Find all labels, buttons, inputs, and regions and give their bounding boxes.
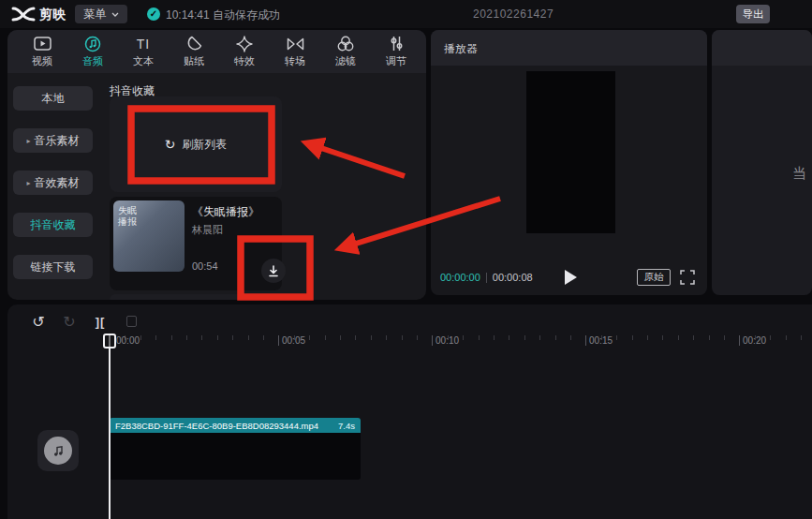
detail-panel-header: [712, 30, 812, 66]
timeline-clip[interactable]: F2B38CBD-91FF-4E6C-80B9-EB8D08293444.mp4…: [110, 418, 361, 480]
player-controls: 00:00:00 00:00:08 原始: [431, 260, 707, 295]
tab-transition[interactable]: 转场: [270, 30, 320, 73]
sidebar-item-label: 抖音收藏: [31, 217, 76, 233]
tab-text[interactable]: TI 文本: [118, 30, 169, 73]
thumbnail-overlay-text: 失眠播报: [118, 205, 140, 228]
filter-icon: [337, 35, 354, 52]
refresh-icon: ↻: [165, 137, 176, 152]
clip-header: F2B38CBD-91FF-4E6C-80B9-EB8D08293444.mp4…: [110, 418, 361, 433]
ruler-label: 00:20: [739, 335, 766, 346]
sidebar-item-sound-effects[interactable]: ▸ 音效素材: [13, 171, 93, 195]
expand-arrow-icon: ▸: [26, 137, 30, 145]
media-library-panel: 视频 音频 TI 文本: [7, 30, 426, 300]
current-time: 00:00:00: [440, 272, 480, 283]
transition-icon: [287, 35, 304, 52]
menu-button[interactable]: 菜单: [75, 5, 127, 23]
ruler-label: 00:05: [278, 335, 305, 346]
sidebar-item-music-assets[interactable]: ▸ 音乐素材: [13, 128, 93, 153]
track-audio-toggle[interactable]: [37, 430, 79, 471]
music-artist: 林晨阳: [192, 223, 223, 237]
ruler-label: 00:15: [585, 335, 613, 346]
tab-effects[interactable]: 特效: [219, 30, 270, 73]
export-button[interactable]: 导出: [736, 5, 770, 23]
sidebar-item-link-download[interactable]: 链接下载: [13, 255, 93, 279]
sidebar-item-label: 本地: [42, 91, 65, 107]
timeline-panel: ↺ ↻ ][ 00:00 00:05 00:10 00:15 00:20: [7, 304, 812, 519]
clipped-text: 当: [792, 165, 806, 183]
tab-label: 特效: [234, 54, 255, 68]
tab-label: 音频: [82, 54, 103, 68]
video-preview: [526, 71, 615, 233]
music-duration: 00:54: [192, 260, 218, 272]
tab-sticker[interactable]: 贴纸: [169, 30, 219, 73]
ruler-label: 00:10: [432, 335, 459, 346]
sidebar-item-label: 音乐素材: [35, 133, 80, 149]
playhead-handle[interactable]: [103, 334, 116, 348]
app-logo-icon: [11, 6, 36, 22]
refresh-list-button[interactable]: ↻ 刷新列表: [110, 96, 282, 192]
chevron-down-icon: [111, 12, 119, 17]
menu-button-label: 菜单: [84, 7, 107, 22]
tab-label: 文本: [133, 54, 154, 68]
tab-filter[interactable]: 滤镜: [320, 30, 371, 73]
top-bar: 剪映 菜单 ✓ 10:14:41 自动保存成功 202102261427 导出: [0, 0, 812, 28]
autosave-check-icon: ✓: [147, 7, 160, 21]
music-thumbnail: 失眠播报: [113, 200, 185, 272]
sticker-icon: [186, 35, 202, 52]
tab-label: 贴纸: [184, 54, 204, 68]
sidebar-item-douyin-favorites[interactable]: 抖音收藏: [13, 213, 93, 237]
tab-label: 转场: [285, 54, 305, 68]
detail-panel-partial: 当: [712, 30, 812, 295]
original-quality-button[interactable]: 原始: [637, 269, 671, 286]
text-icon: TI: [137, 35, 150, 52]
effects-icon: [236, 35, 253, 52]
expand-arrow-icon: ▸: [26, 179, 30, 187]
clip-duration: 7.4s: [338, 421, 355, 431]
time-divider: [486, 273, 487, 283]
next-music-item-partial: [110, 294, 282, 300]
delete-button[interactable]: [121, 311, 141, 332]
ruler-label: 00:00: [113, 335, 140, 346]
player-title: 播放器: [444, 41, 478, 57]
tab-label: 调节: [386, 54, 406, 68]
clip-filename: F2B38CBD-91FF-4E6C-80B9-EB8D08293444.mp4: [115, 421, 318, 431]
download-button[interactable]: [261, 259, 286, 283]
audio-icon: [84, 35, 101, 52]
clip-thumbnail-strip: [110, 433, 361, 480]
tab-label: 视频: [32, 54, 52, 68]
split-button[interactable]: ][: [90, 311, 111, 332]
time-ruler[interactable]: 00:00 00:05 00:10 00:15 00:20: [7, 334, 812, 352]
tab-adjust[interactable]: 调节: [371, 30, 421, 73]
ruler-ticks: [110, 335, 810, 340]
app-name: 剪映: [39, 7, 66, 23]
video-icon: [34, 35, 52, 52]
asset-tab-bar: 视频 音频 TI 文本: [7, 30, 426, 73]
refresh-list-label: 刷新列表: [182, 137, 227, 153]
tab-video[interactable]: 视频: [17, 30, 67, 73]
playhead-line: [109, 334, 111, 519]
play-button[interactable]: [565, 270, 577, 285]
tab-label: 滤镜: [335, 54, 356, 68]
fullscreen-icon[interactable]: [680, 270, 695, 285]
total-time: 00:00:08: [493, 272, 533, 283]
music-list-item[interactable]: 失眠播报 《失眠播报》 林晨阳 00:54: [110, 197, 282, 290]
autosave-status-text: 10:14:41 自动保存成功: [166, 7, 280, 23]
tab-audio[interactable]: 音频: [67, 30, 118, 73]
music-title: 《失眠播报》: [192, 204, 259, 220]
mute-original-icon: [44, 437, 72, 465]
sidebar-item-local[interactable]: 本地: [13, 86, 93, 111]
download-icon: [268, 265, 279, 277]
adjust-icon: [389, 35, 405, 52]
sidebar-item-label: 链接下载: [31, 260, 76, 275]
app-window: 剪映 菜单 ✓ 10:14:41 自动保存成功 202102261427 导出 …: [0, 0, 812, 519]
undo-button[interactable]: ↺: [28, 311, 49, 332]
delete-icon: [126, 316, 137, 327]
sidebar-item-label: 音效素材: [35, 175, 80, 191]
player-panel: 播放器 00:00:00 00:00:08 原始: [431, 30, 707, 295]
redo-button[interactable]: ↻: [59, 311, 80, 332]
project-name: 202102261427: [473, 7, 554, 21]
